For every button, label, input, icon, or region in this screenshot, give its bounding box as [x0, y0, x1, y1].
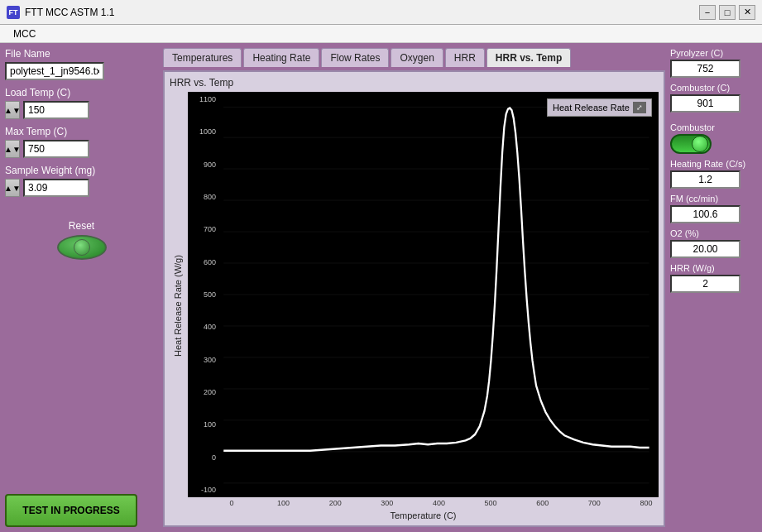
- sample-weight-input[interactable]: [23, 179, 89, 197]
- x-tick-200: 200: [323, 499, 347, 507]
- chart-canvas: 1100 1000 900 800 700 600 500 400 300 20…: [188, 92, 659, 497]
- sample-weight-group: Sample Weight (mg) ▲▼: [5, 165, 158, 197]
- close-button[interactable]: ✕: [739, 5, 755, 20]
- heating-rate-label: Heating Rate (C/s): [670, 159, 745, 169]
- center-panel: Temperatures Heating Rate Flow Rates Oxy…: [163, 48, 665, 527]
- max-temp-spinner: ▲▼: [5, 140, 158, 158]
- tab-temperatures[interactable]: Temperatures: [163, 48, 242, 67]
- app-area: File Name Load Temp (C) ▲▼ Max Temp (C) …: [0, 43, 762, 532]
- x-ticks: 0 100 200 300 400 500 600 700 800: [188, 497, 659, 507]
- heating-rate-input[interactable]: [670, 170, 740, 189]
- reset-button[interactable]: [57, 235, 107, 260]
- test-button-label: TEST IN PROGRESS: [22, 505, 119, 516]
- load-temp-group: Load Temp (C) ▲▼: [5, 87, 158, 119]
- hrr-group: HRR (W/g): [670, 263, 757, 293]
- reset-button-inner: [74, 239, 90, 256]
- file-name-input[interactable]: [5, 62, 104, 80]
- fm-group: FM (cc/min): [670, 194, 757, 223]
- chart-svg: [188, 92, 659, 497]
- combustor-toggle[interactable]: [670, 134, 712, 154]
- sample-weight-spinner-btn[interactable]: ▲▼: [5, 179, 20, 197]
- load-temp-input[interactable]: [23, 101, 89, 119]
- sample-weight-label: Sample Weight (mg): [5, 165, 158, 176]
- title-bar: FT FTT MCC ASTM 1.1 − □ ✕: [0, 0, 762, 25]
- combustor-input[interactable]: [670, 94, 740, 113]
- pyrolyzer-input[interactable]: [670, 60, 740, 78]
- o2-input[interactable]: [670, 240, 740, 258]
- app-icon: FT: [7, 6, 20, 19]
- file-name-group: File Name: [5, 48, 158, 80]
- reset-label: Reset: [69, 220, 94, 232]
- heating-rate-group: Heating Rate (C/s): [670, 159, 757, 189]
- x-axis-label: Temperature (C): [188, 510, 659, 520]
- minimize-button[interactable]: −: [699, 5, 716, 20]
- hrr-input[interactable]: [670, 275, 740, 293]
- hrr-label: HRR (W/g): [670, 263, 715, 273]
- y-axis-label: Heat Release Rate (W/g): [170, 92, 186, 520]
- load-temp-spinner-btn[interactable]: ▲▼: [5, 101, 20, 119]
- menu-item-mcc[interactable]: MCC: [7, 26, 42, 41]
- combustor-toggle-label: Combustor: [670, 122, 715, 132]
- toggle-knob: [692, 136, 708, 152]
- pyrolyzer-label: Pyrolyzer (C): [670, 48, 723, 58]
- chart-wrapper: Heat Release Rate (W/g) 1100 1000 900 80…: [170, 92, 659, 520]
- x-tick-300: 300: [375, 499, 400, 507]
- x-tick-500: 500: [478, 499, 503, 507]
- load-temp-label: Load Temp (C): [5, 87, 158, 98]
- x-tick-600: 600: [530, 499, 555, 507]
- tab-heating-rate[interactable]: Heating Rate: [243, 48, 319, 67]
- legend-expand-icon[interactable]: ⤢: [633, 102, 646, 113]
- x-tick-400: 400: [427, 499, 452, 507]
- legend-label: Heat Release Rate: [553, 103, 630, 113]
- chart-container: HRR vs. Temp Heat Release Rate (W/g) 110…: [163, 70, 665, 527]
- o2-label: O2 (%): [670, 228, 699, 238]
- chart-title: HRR vs. Temp: [170, 77, 659, 89]
- tab-hrr-vs-temp[interactable]: HRR vs. Temp: [486, 48, 571, 67]
- file-name-label: File Name: [5, 48, 158, 60]
- tab-oxygen[interactable]: Oxygen: [391, 48, 443, 67]
- fm-label: FM (cc/min): [670, 194, 718, 204]
- reset-section: Reset: [5, 220, 158, 260]
- tab-flow-rates[interactable]: Flow Rates: [321, 48, 389, 67]
- left-panel: File Name Load Temp (C) ▲▼ Max Temp (C) …: [5, 48, 158, 527]
- tab-hrr[interactable]: HRR: [445, 48, 485, 67]
- menu-bar: MCC: [0, 25, 762, 43]
- combustor-toggle-section: Combustor: [670, 122, 757, 154]
- app-title: FTT MCC ASTM 1.1: [25, 7, 114, 18]
- chart-legend: Heat Release Rate ⤢: [547, 98, 652, 117]
- test-in-progress-button[interactable]: TEST IN PROGRESS: [5, 494, 137, 527]
- max-temp-group: Max Temp (C) ▲▼: [5, 126, 158, 158]
- max-temp-label: Max Temp (C): [5, 126, 158, 137]
- load-temp-spinner: ▲▼: [5, 101, 158, 119]
- x-tick-100: 100: [271, 499, 296, 507]
- sample-weight-spinner: ▲▼: [5, 179, 158, 197]
- window-controls: − □ ✕: [699, 5, 755, 20]
- max-temp-spinner-btn[interactable]: ▲▼: [5, 140, 20, 158]
- tabs-row: Temperatures Heating Rate Flow Rates Oxy…: [163, 48, 665, 67]
- x-tick-800: 800: [634, 499, 659, 507]
- x-tick-700: 700: [582, 499, 606, 507]
- o2-group: O2 (%): [670, 228, 757, 258]
- content-area: File Name Load Temp (C) ▲▼ Max Temp (C) …: [5, 48, 757, 527]
- combustor-c-label: Combustor (C): [670, 83, 730, 93]
- maximize-button[interactable]: □: [719, 5, 736, 20]
- fm-input[interactable]: [670, 205, 740, 223]
- chart-area: 1100 1000 900 800 700 600 500 400 300 20…: [188, 92, 659, 520]
- max-temp-input[interactable]: [23, 140, 89, 158]
- combustor-group: Combustor (C): [670, 83, 757, 113]
- pyrolyzer-group: Pyrolyzer (C): [670, 48, 757, 78]
- far-right-panel: Pyrolyzer (C) Combustor (C) Combustor He…: [670, 48, 757, 527]
- x-tick-0: 0: [219, 499, 244, 507]
